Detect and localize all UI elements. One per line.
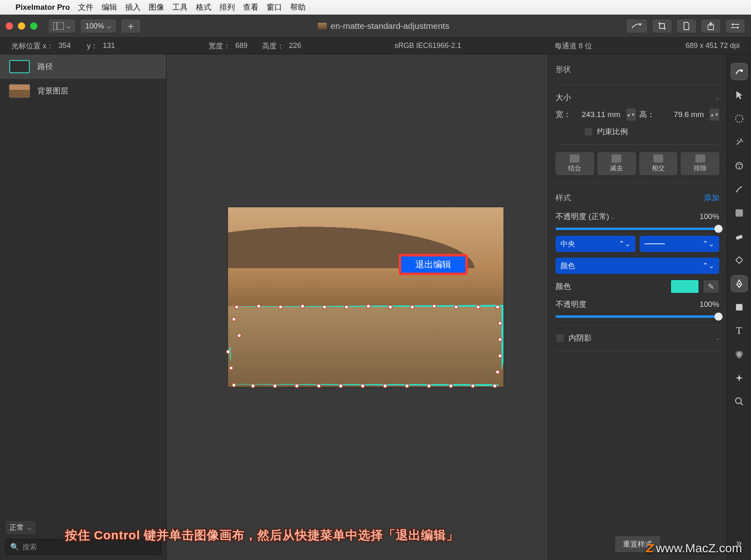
text-tool-icon[interactable]: T <box>731 323 747 339</box>
menu-window[interactable]: 窗口 <box>267 2 282 13</box>
watermark-logo-icon: Z <box>646 541 653 555</box>
layers-panel: 路径 背景图层 正常⌵ 🔍 搜索 <box>0 54 167 560</box>
fill-opacity-slider[interactable] <box>556 315 719 318</box>
repair-tool-icon[interactable] <box>731 252 747 268</box>
canvas-dims: 689 x 451 72 dpi <box>686 41 740 50</box>
svg-point-25 <box>736 398 741 404</box>
magic-wand-tool-icon[interactable] <box>731 134 747 150</box>
close-window-button[interactable] <box>6 22 13 30</box>
size-section-header[interactable]: 大小⌵ <box>556 92 719 103</box>
inner-shadow-label: 内阴影 <box>569 333 592 343</box>
svg-point-14 <box>737 164 738 165</box>
menu-image[interactable]: 图像 <box>149 2 164 13</box>
search-icon: 🔍 <box>10 543 19 551</box>
fill-type-select[interactable]: 颜色⌃⌄ <box>556 258 719 274</box>
cursor-y-label: y： <box>87 41 98 51</box>
sidebar-toggle-button[interactable]: ⌵ <box>48 19 76 33</box>
color-label: 颜色 <box>556 281 666 292</box>
marquee-tool-icon[interactable] <box>731 111 747 127</box>
constrain-label: 约束比例 <box>597 126 628 137</box>
menu-format[interactable]: 格式 <box>196 2 211 13</box>
menu-file[interactable]: 文件 <box>78 2 93 13</box>
stroke-style-select[interactable]: ⌃⌄ <box>640 236 720 252</box>
color-picker-button[interactable]: ✎ <box>703 280 719 293</box>
share-button[interactable] <box>701 19 721 33</box>
effects-tool-icon[interactable] <box>731 370 747 386</box>
layer-thumb-icon <box>9 60 30 74</box>
add-style-button[interactable]: 添加 <box>704 193 719 203</box>
pen-tool-icon[interactable] <box>731 276 747 292</box>
boolean-intersect-button[interactable]: 相交 <box>639 152 678 175</box>
document-icon <box>318 23 327 29</box>
zoom-select[interactable]: 100%⌵ <box>80 19 117 33</box>
layer-background[interactable]: 背景图层 <box>0 79 166 103</box>
shape-section-header: 形状 <box>556 62 719 77</box>
vector-path[interactable] <box>229 305 504 386</box>
cursor-x-value: 354 <box>59 41 71 50</box>
ml-enhance-button[interactable] <box>626 19 648 33</box>
canvas-image: 退出编辑 <box>228 207 504 387</box>
svg-rect-0 <box>53 22 64 30</box>
crop-button[interactable] <box>652 19 672 33</box>
context-menu-exit-edit[interactable]: 退出编辑 <box>399 254 468 275</box>
menu-help[interactable]: 帮助 <box>290 2 306 13</box>
boolean-unite-button[interactable]: 结合 <box>556 152 594 175</box>
menu-insert[interactable]: 插入 <box>125 2 141 13</box>
color-swatch[interactable] <box>671 280 699 293</box>
paint-tool-icon[interactable] <box>731 158 747 174</box>
sel-height-label: 高度： <box>262 41 284 51</box>
height-stepper[interactable]: ▲▼ <box>710 109 719 121</box>
shape-tool-icon[interactable] <box>731 299 747 315</box>
width-stepper[interactable]: ▲▼ <box>626 109 636 121</box>
height-label: 高： <box>639 109 657 120</box>
opacity-label[interactable]: 不透明度 (正常) ⌵ <box>556 211 614 222</box>
chevron-down-icon[interactable]: ⌵ <box>716 335 719 341</box>
blend-mode-select[interactable]: 正常⌵ <box>5 520 36 535</box>
arrow-tool-icon[interactable] <box>731 87 747 103</box>
new-document-button[interactable] <box>676 19 697 33</box>
window-controls <box>6 22 37 30</box>
zoom-tool-icon[interactable] <box>731 393 747 410</box>
menu-view[interactable]: 查看 <box>243 2 258 13</box>
svg-point-24 <box>737 354 742 358</box>
constrain-checkbox[interactable] <box>584 127 593 136</box>
svg-point-15 <box>740 164 741 165</box>
menu-arrange[interactable]: 排列 <box>219 2 235 13</box>
opacity2-label: 不透明度 <box>556 299 586 310</box>
height-field[interactable]: 79.6 mm <box>660 110 707 119</box>
boolean-exclude-button[interactable]: 排除 <box>681 152 719 175</box>
fullscreen-window-button[interactable] <box>30 22 37 30</box>
inner-shadow-checkbox[interactable] <box>556 334 564 343</box>
opacity2-value: 100% <box>699 300 719 309</box>
document-title: en-matte-standard-adjustments <box>145 21 622 31</box>
svg-point-2 <box>639 24 641 26</box>
width-field[interactable]: 243.11 mm <box>577 110 623 119</box>
sel-width-label: 宽度： <box>208 41 230 51</box>
minimize-window-button[interactable] <box>18 22 25 30</box>
eraser-tool-icon[interactable] <box>731 228 747 245</box>
cursor-y-value: 131 <box>103 41 115 50</box>
brush-tool-icon[interactable] <box>731 181 747 198</box>
menu-tools[interactable]: 工具 <box>172 2 188 13</box>
svg-point-12 <box>742 141 743 142</box>
canvas[interactable]: 退出编辑 <box>167 54 548 560</box>
stroke-position-select[interactable]: 中央⌃⌄ <box>556 236 636 252</box>
add-button[interactable]: ＋ <box>121 19 141 33</box>
svg-point-8 <box>740 69 743 72</box>
svg-rect-17 <box>736 209 743 217</box>
boolean-ops: 结合 减去 相交 排除 <box>556 152 719 175</box>
gradient-tool-icon[interactable] <box>731 205 747 221</box>
layer-path[interactable]: 路径 <box>0 54 166 79</box>
opacity-slider[interactable] <box>556 228 719 230</box>
layer-label: 背景图层 <box>37 86 68 96</box>
svg-point-9 <box>736 115 743 122</box>
color-adjust-tool-icon[interactable] <box>731 346 747 362</box>
app-menu[interactable]: Pixelmator Pro <box>15 3 70 12</box>
boolean-subtract-button[interactable]: 减去 <box>597 152 636 175</box>
inspector-panel: 形状 大小⌵ 宽： 243.11 mm ▲▼ 高： 79.6 mm ▲▼ 约束比… <box>548 54 727 560</box>
style-tool-icon[interactable] <box>731 63 747 80</box>
svg-line-26 <box>740 403 743 405</box>
menu-edit[interactable]: 编辑 <box>102 2 117 13</box>
settings-button[interactable] <box>725 19 745 33</box>
svg-point-6 <box>737 27 739 29</box>
